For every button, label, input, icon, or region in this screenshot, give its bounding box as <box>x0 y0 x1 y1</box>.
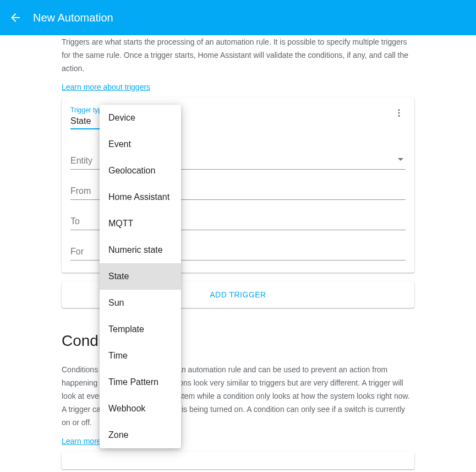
condition-card <box>62 452 414 469</box>
triggers-description: Triggers are what starts the processing … <box>62 35 414 75</box>
back-arrow-icon[interactable] <box>9 11 22 24</box>
app-bar: New Automation <box>0 0 476 35</box>
dropdown-item-device[interactable]: Device <box>100 105 181 131</box>
dropdown-item-event[interactable]: Event <box>100 131 181 158</box>
dropdown-item-mqtt[interactable]: MQTT <box>100 210 181 237</box>
dropdown-item-state[interactable]: State <box>100 263 181 290</box>
dropdown-item-numeric-state[interactable]: Numeric state <box>100 237 181 263</box>
dropdown-item-geolocation[interactable]: Geolocation <box>100 158 181 184</box>
triggers-learn-link[interactable]: Learn more about triggers <box>62 83 150 91</box>
dropdown-item-time[interactable]: Time <box>100 343 181 369</box>
dropdown-item-time-pattern[interactable]: Time Pattern <box>100 369 181 395</box>
page-title: New Automation <box>33 12 113 24</box>
dropdown-item-zone[interactable]: Zone <box>100 422 181 448</box>
trigger-type-dropdown: DeviceEventGeolocationHome AssistantMQTT… <box>100 105 181 448</box>
dropdown-item-template[interactable]: Template <box>100 316 181 343</box>
dropdown-arrow-icon <box>398 158 403 161</box>
dropdown-item-sun[interactable]: Sun <box>100 290 181 316</box>
dropdown-item-home-assistant[interactable]: Home Assistant <box>100 184 181 210</box>
trigger-type-value: State <box>70 116 100 129</box>
main-content: Triggers are what starts the processing … <box>0 35 476 469</box>
dropdown-item-webhook[interactable]: Webhook <box>100 395 181 422</box>
